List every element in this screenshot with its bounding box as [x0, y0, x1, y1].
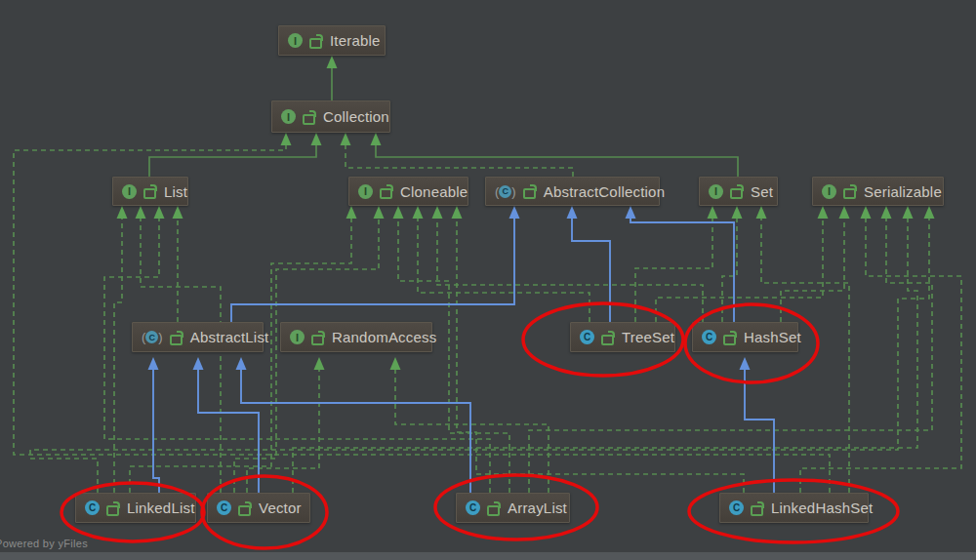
node-label: Set	[751, 183, 773, 200]
bottom-bar	[0, 552, 976, 560]
interface-icon: I	[290, 330, 305, 344]
public-lock-icon	[170, 335, 183, 345]
public-lock-icon	[751, 505, 763, 516]
node-label: List	[164, 183, 187, 200]
node-label: Iterable	[330, 32, 381, 49]
node-layer: IIterableICollectionIListICloneable(C)Ab…	[0, 0, 976, 560]
abstract-class-icon: (C)	[495, 185, 516, 198]
abstract-class-icon: (C)	[142, 331, 163, 343]
public-lock-icon	[311, 335, 324, 345]
node-linked_list[interactable]: CLinkedList	[75, 493, 196, 523]
node-label: LinkedList	[127, 500, 195, 516]
node-collection[interactable]: ICollection	[271, 100, 390, 133]
node-label: Collection	[323, 108, 389, 125]
node-label: AbstractList	[190, 329, 269, 345]
node-random_access[interactable]: IRandomAccess	[280, 322, 432, 352]
interface-icon: I	[822, 184, 836, 199]
node-vector[interactable]: CVector	[207, 493, 310, 523]
node-label: HashSet	[744, 329, 801, 345]
public-lock-icon	[843, 188, 856, 199]
interface-icon: I	[281, 109, 296, 124]
node-abstract_collection[interactable]: (C)AbstractCollection	[485, 177, 660, 206]
node-abstract_list[interactable]: (C)AbstractList	[132, 322, 264, 352]
node-set[interactable]: ISet	[699, 177, 778, 206]
public-lock-icon	[730, 188, 743, 199]
interface-icon: I	[358, 184, 373, 199]
node-label: Vector	[259, 500, 302, 516]
node-label: ArrayList	[508, 500, 567, 516]
public-lock-icon	[487, 505, 500, 516]
node-hash_set[interactable]: CHashSet	[692, 322, 798, 352]
public-lock-icon	[523, 188, 536, 199]
yfiles-watermark: Powered by yFiles	[0, 538, 88, 549]
public-lock-icon	[238, 505, 251, 516]
node-label: Serializable	[864, 183, 942, 200]
public-lock-icon	[723, 335, 736, 345]
public-lock-icon	[303, 114, 315, 125]
public-lock-icon	[106, 505, 119, 516]
public-lock-icon	[309, 38, 322, 49]
class-icon: C	[466, 500, 480, 515]
class-icon: C	[85, 500, 100, 515]
interface-icon: I	[122, 184, 137, 199]
node-cloneable[interactable]: ICloneable	[348, 177, 468, 206]
node-label: AbstractCollection	[544, 183, 666, 200]
public-lock-icon	[143, 188, 156, 199]
class-icon: C	[217, 500, 231, 515]
node-tree_set[interactable]: CTreeSet	[570, 322, 675, 352]
node-linked_hash_set[interactable]: CLinkedHashSet	[719, 493, 869, 523]
node-serializable[interactable]: ISerializable	[812, 177, 944, 206]
node-label: LinkedHashSet	[771, 500, 873, 516]
diagram-canvas[interactable]: IIterableICollectionIListICloneable(C)Ab…	[0, 0, 976, 560]
public-lock-icon	[601, 335, 614, 345]
node-label: Cloneable	[400, 183, 468, 200]
class-icon: C	[729, 500, 744, 515]
interface-icon: I	[288, 33, 303, 48]
node-label: TreeSet	[622, 329, 674, 345]
class-icon: C	[702, 330, 716, 344]
interface-icon: I	[709, 184, 723, 199]
class-icon: C	[580, 330, 594, 344]
node-label: RandomAccess	[332, 329, 436, 345]
node-array_list[interactable]: CArrayList	[456, 493, 570, 523]
node-list[interactable]: IList	[112, 177, 188, 206]
public-lock-icon	[380, 188, 392, 199]
node-iterable[interactable]: IIterable	[278, 25, 386, 56]
